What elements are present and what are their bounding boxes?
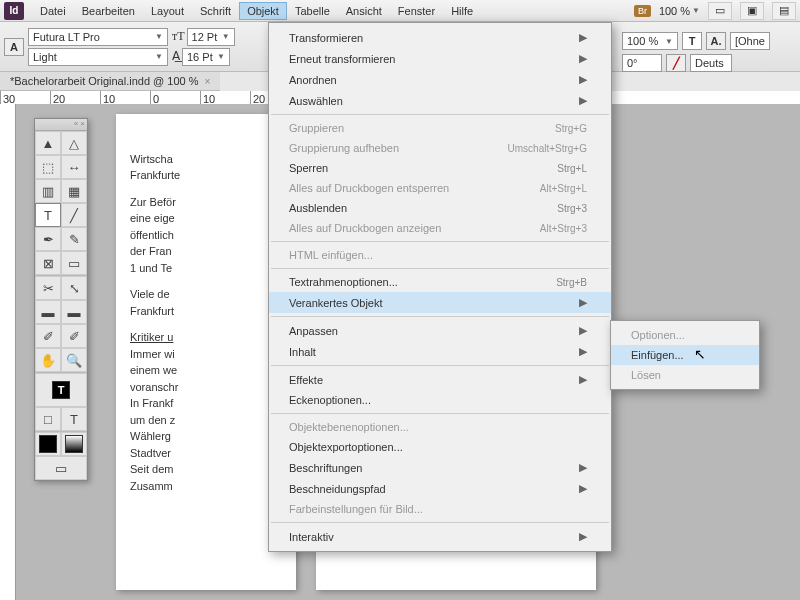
font-weight-dropdown[interactable]: Light▼ [28, 48, 168, 66]
bridge-badge[interactable]: Br [634, 5, 651, 17]
menu-tabelle[interactable]: Tabelle [287, 2, 338, 20]
objekt-item-0[interactable]: Transformieren▶ [269, 27, 611, 48]
objekt-item-23: Objektebenenoptionen... [269, 417, 611, 437]
objekt-item-20[interactable]: Effekte▶ [269, 369, 611, 390]
selection-tool-icon[interactable]: ▲ [35, 131, 61, 155]
objekt-item-18[interactable]: Inhalt▶ [269, 341, 611, 362]
objekt-item-8: Alles auf Druckbogen entsperrenAlt+Strg+… [269, 178, 611, 198]
objekt-item-7[interactable]: SperrenStrg+L [269, 158, 611, 178]
app-logo-icon: Id [4, 2, 24, 20]
page-number: 7 [130, 134, 282, 151]
format-container-icon[interactable]: □ [35, 407, 61, 431]
objekt-item-17[interactable]: Anpassen▶ [269, 320, 611, 341]
rectangle-tool-icon[interactable]: ▭ [61, 251, 87, 275]
objekt-dropdown-menu: Transformieren▶Erneut transformieren▶Ano… [268, 22, 612, 552]
objekt-item-1[interactable]: Erneut transformieren▶ [269, 48, 611, 69]
zoom-tool-icon[interactable]: 🔍 [61, 348, 87, 372]
menu-hilfe[interactable]: Hilfe [443, 2, 481, 20]
anchored-item-2: Lösen [611, 365, 759, 385]
objekt-item-2[interactable]: Anordnen▶ [269, 69, 611, 90]
no-fill-icon[interactable]: ╱ [666, 54, 686, 72]
objekt-item-26[interactable]: Beschneidungspfad▶ [269, 478, 611, 499]
control-bar-right: 100 %▼ T A. [Ohne 0° ╱ Deuts [620, 30, 800, 74]
objekt-item-6: Gruppierung aufhebenUmschalt+Strg+G [269, 138, 611, 158]
text-color-icon[interactable]: T [682, 32, 702, 50]
scissors-tool-icon[interactable]: ✂ [35, 276, 61, 300]
apply-gradient-icon[interactable] [61, 432, 87, 456]
type-tool-icon[interactable]: T [35, 203, 61, 227]
eyedropper-tool-icon[interactable]: ✐ [61, 324, 87, 348]
leading-icon: A͟ [172, 49, 180, 64]
objekt-item-27: Farbeinstellungen für Bild... [269, 499, 611, 519]
rectangle-frame-icon[interactable]: ⊠ [35, 251, 61, 275]
objekt-item-21[interactable]: Eckenoptionen... [269, 390, 611, 410]
document-tab[interactable]: *Bachelorarbeit Original.indd @ 100 % × [0, 72, 220, 91]
close-tab-icon[interactable]: × [205, 76, 211, 87]
objekt-item-12: HTML einfügen... [269, 245, 611, 265]
pencil-tool-icon[interactable]: ✎ [61, 227, 87, 251]
char-style-dropdown[interactable]: [Ohne [730, 32, 770, 50]
zoom-control[interactable]: 100 %▼ [659, 5, 700, 17]
objekt-item-9[interactable]: AusblendenStrg+3 [269, 198, 611, 218]
objekt-item-14[interactable]: Textrahmenoptionen...Strg+B [269, 272, 611, 292]
leading-dropdown[interactable]: 16 Pt▼ [182, 48, 230, 66]
menubar-right: Br 100 %▼ ▭ ▣ ▤ [634, 2, 796, 20]
direct-selection-tool-icon[interactable]: △ [61, 131, 87, 155]
format-text-icon[interactable]: T [61, 407, 87, 431]
view-options-icon[interactable]: ▭ [708, 2, 732, 20]
menu-datei[interactable]: Datei [32, 2, 74, 20]
rotation-input[interactable]: 0° [622, 54, 662, 72]
tools-panel-header[interactable]: « × [35, 119, 87, 131]
gradient-swatch-icon[interactable]: ▬ [35, 300, 61, 324]
tools-panel: « × ▲ △ ⬚ ↔ ▥ ▦ T ╱ ✒ ✎ ⊠ ▭ ✂ ⤡ ▬ ▬ ✐ ✐ … [34, 118, 88, 481]
char-style-icon[interactable]: A. [706, 32, 726, 50]
page-tool-icon[interactable]: ⬚ [35, 155, 61, 179]
verankertes-objekt-submenu: Optionen...Einfügen...Lösen [610, 320, 760, 390]
menu-fenster[interactable]: Fenster [390, 2, 443, 20]
zoom-2-dropdown[interactable]: 100 %▼ [622, 32, 678, 50]
arrange-icon[interactable]: ▤ [772, 2, 796, 20]
font-size-icon: тT [172, 29, 185, 44]
menu-bearbeiten[interactable]: Bearbeiten [74, 2, 143, 20]
content-collector-icon[interactable]: ▥ [35, 179, 61, 203]
objekt-item-25[interactable]: Beschriftungen▶ [269, 457, 611, 478]
anchored-item-0: Optionen... [611, 325, 759, 345]
objekt-item-10: Alles auf Druckbogen anzeigenAlt+Strg+3 [269, 218, 611, 238]
vertical-ruler [0, 104, 16, 600]
line-tool-icon[interactable]: ╱ [61, 203, 87, 227]
char-format-icon[interactable]: A [4, 38, 24, 56]
document-tab-label: *Bachelorarbeit Original.indd @ 100 % [10, 75, 199, 87]
font-family-dropdown[interactable]: Futura LT Pro▼ [28, 28, 168, 46]
hand-tool-icon[interactable]: ✋ [35, 348, 61, 372]
anchored-item-1[interactable]: Einfügen... [611, 345, 759, 365]
menu-layout[interactable]: Layout [143, 2, 192, 20]
gradient-feather-icon[interactable]: ▬ [61, 300, 87, 324]
pen-tool-icon[interactable]: ✒ [35, 227, 61, 251]
language-dropdown[interactable]: Deuts [690, 54, 732, 72]
note-tool-icon[interactable]: ✐ [35, 324, 61, 348]
menu-ansicht[interactable]: Ansicht [338, 2, 390, 20]
free-transform-icon[interactable]: ⤡ [61, 276, 87, 300]
gap-tool-icon[interactable]: ↔ [61, 155, 87, 179]
objekt-item-3[interactable]: Auswählen▶ [269, 90, 611, 111]
menu-objekt[interactable]: Objekt [239, 2, 287, 20]
objekt-item-29[interactable]: Interaktiv▶ [269, 526, 611, 547]
objekt-item-5: GruppierenStrg+G [269, 118, 611, 138]
content-placer-icon[interactable]: ▦ [61, 179, 87, 203]
screen-mode-icon[interactable]: ▣ [740, 2, 764, 20]
objekt-item-15[interactable]: Verankertes Objekt▶ [269, 292, 611, 313]
menu-schrift[interactable]: Schrift [192, 2, 239, 20]
objekt-item-24[interactable]: Objektexportoptionen... [269, 437, 611, 457]
font-size-dropdown[interactable]: 12 Pt▼ [187, 28, 235, 46]
apply-color-icon[interactable] [35, 432, 61, 456]
fill-stroke-icon[interactable]: T [35, 373, 87, 407]
menubar: Id DateiBearbeitenLayoutSchriftObjektTab… [0, 0, 800, 22]
screen-mode-tool-icon[interactable]: ▭ [35, 456, 87, 480]
